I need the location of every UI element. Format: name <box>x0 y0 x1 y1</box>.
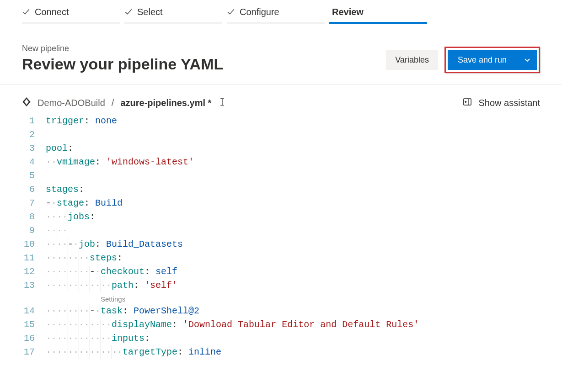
code-line[interactable]: ········steps: <box>46 251 419 265</box>
repo-name[interactable]: Demo-ADOBuild <box>37 98 105 108</box>
line-number: 4 <box>22 155 35 169</box>
show-assistant-icon <box>463 97 472 109</box>
code-line[interactable]: ············inputs: <box>46 332 419 345</box>
wizard-step-bar <box>124 22 222 24</box>
wizard-step-connect[interactable]: Connect <box>22 2 120 24</box>
code-line[interactable]: ····jobs: <box>46 210 419 224</box>
code-line[interactable]: ··vmimage: 'windows-latest' <box>46 155 419 169</box>
code-area[interactable]: trigger: nonepool:··vmimage: 'windows-la… <box>46 114 419 359</box>
show-assistant-label: Show assistant <box>478 98 540 108</box>
line-number: 8 <box>22 210 35 224</box>
chevron-down-icon <box>524 56 531 64</box>
line-number: 13 <box>22 279 35 292</box>
wizard-step-bar <box>329 22 427 24</box>
file-name[interactable]: azure-pipelines.yml * <box>120 98 211 108</box>
wizard-step-review[interactable]: Review <box>329 2 427 24</box>
line-number: 5 <box>22 169 35 183</box>
breadcrumb-separator: / <box>112 98 114 108</box>
check-icon <box>22 8 30 16</box>
yaml-editor[interactable]: 1234567891011121314151617 trigger: nonep… <box>0 114 562 359</box>
line-number: 9 <box>22 224 35 238</box>
code-line[interactable]: ············path: 'self' <box>46 279 419 292</box>
repo-icon <box>22 97 31 109</box>
check-icon <box>124 8 133 16</box>
rename-icon[interactable] <box>218 97 227 109</box>
task-settings-inlay[interactable]: Settings <box>46 295 125 303</box>
line-number: 7 <box>22 196 35 210</box>
highlight-box: Save and run <box>444 47 540 73</box>
wizard-step-select[interactable]: Select <box>124 2 222 24</box>
code-line[interactable] <box>46 128 419 142</box>
wizard-step-label: Configure <box>240 7 279 17</box>
code-line[interactable]: -·stage: Build <box>46 196 419 210</box>
code-line[interactable]: stages: <box>46 183 419 196</box>
wizard-step-bar <box>22 22 120 24</box>
line-number: 2 <box>22 128 35 142</box>
file-bar: Demo-ADOBuild / azure-pipelines.yml * Sh… <box>0 85 562 114</box>
line-number: 6 <box>22 183 35 196</box>
code-line[interactable]: pool: <box>46 142 419 155</box>
variables-button[interactable]: Variables <box>386 50 438 70</box>
line-number: 1 <box>22 114 35 128</box>
wizard-step-label: Connect <box>35 7 69 17</box>
line-number: 15 <box>22 318 35 332</box>
save-and-run-dropdown[interactable] <box>517 50 537 70</box>
save-and-run-button[interactable]: Save and run <box>448 50 517 70</box>
wizard-step-label: Review <box>329 7 364 17</box>
code-line[interactable]: ··············targetType: inline <box>46 345 419 359</box>
code-line[interactable]: ···· <box>46 224 419 238</box>
code-line[interactable]: ········-·task: PowerShell@2 <box>46 304 419 318</box>
code-line[interactable]: ········-·checkout: self <box>46 265 419 279</box>
line-number: 12 <box>22 265 35 279</box>
line-number: 3 <box>22 142 35 155</box>
line-number: 14 <box>22 304 35 318</box>
line-number-gutter: 1234567891011121314151617 <box>22 114 46 359</box>
show-assistant-button[interactable]: Show assistant <box>463 97 540 109</box>
code-line[interactable]: ············displayName: 'Download Tabul… <box>46 318 419 332</box>
line-number: 17 <box>22 345 35 359</box>
code-line[interactable] <box>46 169 419 183</box>
line-number: 10 <box>22 238 35 251</box>
line-number: 16 <box>22 332 35 345</box>
check-icon <box>227 8 235 16</box>
page-title: Review your pipeline YAML <box>22 55 223 73</box>
line-number: 11 <box>22 251 35 265</box>
wizard-step-bar <box>227 22 325 24</box>
code-line[interactable]: ····-·job: Build_Datasets <box>46 238 419 251</box>
wizard-step-configure[interactable]: Configure <box>227 2 325 24</box>
wizard-steps: Connect Select Configure Review <box>0 0 562 26</box>
page-header: New pipeline Review your pipeline YAML V… <box>0 26 562 85</box>
wizard-step-label: Select <box>137 7 163 17</box>
code-line[interactable]: trigger: none <box>46 114 419 128</box>
eyebrow-text: New pipeline <box>22 44 223 53</box>
